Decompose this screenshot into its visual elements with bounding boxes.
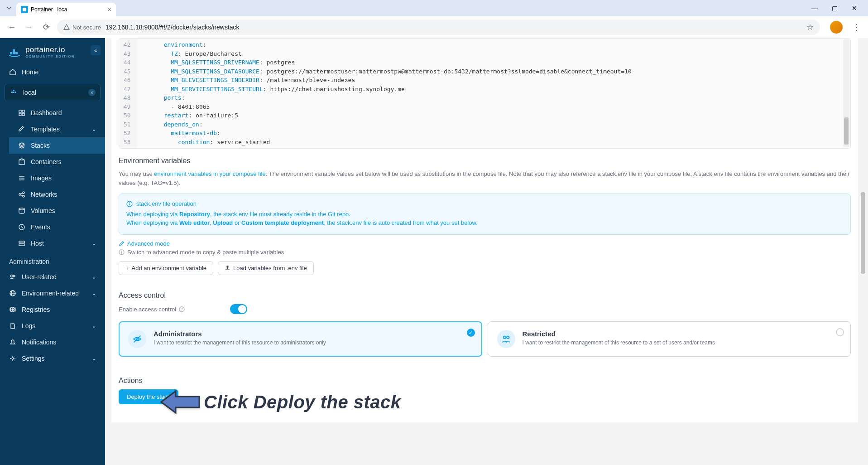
chevron-down-icon: ⌄ (92, 323, 96, 329)
sidebar-collapse-button[interactable]: « (91, 45, 101, 55)
nav-stacks[interactable]: Stacks (9, 137, 105, 154)
window-controls: — ▢ ✕ (808, 2, 868, 15)
svg-rect-25 (19, 244, 24, 246)
portainer-logo-icon (8, 46, 21, 58)
list-icon (18, 174, 25, 182)
web-editor-link[interactable]: Web editor (179, 219, 210, 226)
window-minimize-icon[interactable]: — (808, 2, 821, 15)
nav-environment-related[interactable]: Environment-related⌄ (0, 285, 105, 301)
svg-rect-7 (13, 90, 14, 91)
nav-events[interactable]: Events (9, 219, 105, 235)
editor-scrollbar[interactable] (843, 39, 849, 147)
nav-registries[interactable]: Registries (0, 301, 105, 318)
url-input[interactable]: Not secure 192.168.1.18:9000/#!/2/docker… (57, 19, 820, 35)
svg-point-39 (121, 251, 122, 251)
chevron-down-icon: ⌄ (92, 126, 96, 132)
file-icon (9, 322, 16, 329)
server-icon (18, 240, 25, 247)
svg-rect-1 (10, 52, 12, 54)
logo-sub: COMMUNITY EDITION (25, 54, 75, 58)
editor-code[interactable]: environment: TZ: Europe/Bucharest MM_SQL… (137, 39, 850, 148)
load-env-file-button[interactable]: Load variables from .env file (218, 261, 314, 275)
nav-logs[interactable]: Logs⌄ (0, 318, 105, 334)
advanced-hint: Switch to advanced mode to copy & paste … (119, 249, 851, 256)
nav-settings[interactable]: Settings⌄ (0, 350, 105, 367)
users-icon (9, 273, 16, 281)
info-icon (126, 201, 133, 207)
nav-images[interactable]: Images (9, 170, 105, 186)
stackenv-info-box: stack.env file operation When deploying … (119, 194, 851, 235)
back-button[interactable]: ← (5, 21, 18, 34)
actions-title: Actions (119, 377, 851, 385)
nav-templates[interactable]: Templates⌄ (9, 121, 105, 137)
chevron-down-icon: ⌄ (92, 356, 96, 362)
svg-rect-9 (19, 110, 21, 112)
tab-bar: Portainer | loca × — ▢ ✕ (0, 0, 868, 16)
upload-link[interactable]: Upload (213, 219, 233, 226)
upload-icon (225, 265, 230, 271)
card-admin-title: Administrators (153, 330, 326, 338)
app: portainer.io COMMUNITY EDITION « Home lo… (0, 38, 868, 465)
users-icon (497, 330, 515, 348)
code-editor[interactable]: 424344454647484950515253 environment: TZ… (119, 38, 851, 149)
bell-icon (9, 339, 16, 346)
security-indicator[interactable]: Not secure (63, 24, 101, 31)
logo-main: portainer.io (25, 45, 75, 54)
deploy-stack-button[interactable]: Deploy the stack (119, 389, 178, 404)
svg-rect-11 (19, 113, 21, 116)
nav-networks[interactable]: Networks (9, 186, 105, 203)
svg-text:?: ? (181, 307, 183, 311)
svg-rect-12 (22, 113, 24, 116)
access-card-administrators[interactable]: Administrators I want to restrict the ma… (119, 321, 482, 357)
eye-off-icon (128, 330, 146, 348)
svg-rect-5 (11, 92, 13, 93)
tab-search-dropdown[interactable] (4, 3, 14, 14)
nav-user-related[interactable]: User-related⌄ (0, 269, 105, 285)
svg-rect-3 (13, 49, 15, 52)
card-restrict-desc: I want to restrict the management of thi… (523, 339, 715, 346)
reload-button[interactable]: ⟳ (40, 21, 53, 34)
repository-link[interactable]: Repository (179, 211, 210, 218)
browser-menu-icon[interactable]: ⋮ (853, 22, 861, 32)
tab-close-icon[interactable]: × (108, 6, 111, 13)
svg-rect-8 (15, 92, 16, 93)
svg-rect-13 (19, 160, 24, 165)
env-compose-link[interactable]: environment variables in your compose fi… (154, 170, 265, 177)
forward-button[interactable]: → (23, 21, 35, 34)
nav-host[interactable]: Host⌄ (9, 235, 105, 252)
add-env-var-button[interactable]: + Add an environment variable (119, 261, 213, 275)
help-icon[interactable]: ? (179, 306, 185, 312)
nav-containers[interactable]: Containers (9, 154, 105, 170)
profile-avatar[interactable] (830, 21, 843, 34)
nav-volumes[interactable]: Volumes (9, 203, 105, 219)
svg-point-27 (13, 275, 15, 277)
nav-dashboard[interactable]: Dashboard (9, 105, 105, 121)
svg-rect-6 (13, 92, 14, 93)
nav-home[interactable]: Home (0, 64, 105, 80)
plus-icon: + (125, 265, 129, 271)
browser-tab[interactable]: Portainer | loca × (16, 3, 116, 16)
access-section-title: Access control (119, 291, 851, 300)
main-scrollbar[interactable] (860, 38, 866, 465)
access-control-toggle[interactable] (230, 304, 247, 314)
nav-notifications[interactable]: Notifications (0, 334, 105, 350)
nav-environment-local[interactable]: local × (5, 84, 101, 101)
admin-section-label: Administration (0, 252, 105, 269)
browser-chrome: Portainer | loca × — ▢ ✕ ← → ⟳ Not secur… (0, 0, 868, 38)
card-restrict-title: Restricted (523, 330, 715, 338)
svg-point-22 (19, 208, 24, 210)
custom-template-link[interactable]: Custom template deployment (241, 219, 324, 226)
access-control-section: Access control Enable access control ? (111, 291, 858, 377)
docker-icon (10, 89, 18, 96)
radio-unchecked-icon (836, 328, 844, 336)
bookmark-star-icon[interactable]: ☆ (806, 22, 814, 32)
window-close-icon[interactable]: ✕ (848, 2, 861, 15)
window-maximize-icon[interactable]: ▢ (828, 2, 841, 15)
portainer-favicon-icon (21, 6, 28, 13)
access-card-restricted[interactable]: Restricted I want to restrict the manage… (488, 321, 851, 357)
close-env-icon[interactable]: × (88, 89, 96, 96)
address-bar: ← → ⟳ Not secure 192.168.1.18:9000/#!/2/… (0, 16, 868, 38)
svg-rect-2 (13, 52, 15, 54)
advanced-mode-link[interactable]: Advanced mode (119, 240, 851, 247)
svg-point-17 (19, 194, 21, 195)
